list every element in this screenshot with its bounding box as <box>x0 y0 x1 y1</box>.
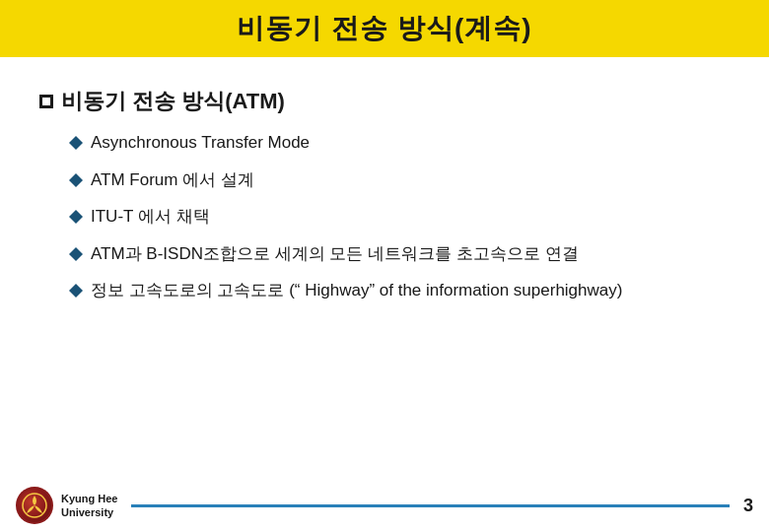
page-number: 3 <box>743 496 753 516</box>
content-area: 비동기 전송 방식(ATM) Asynchronous Transfer Mod… <box>0 77 769 313</box>
slide: 비동기 전송 방식(계속) 비동기 전송 방식(ATM) Asynchronou… <box>0 0 769 532</box>
diamond-icon-2 <box>69 173 83 180</box>
logo-emblem <box>16 487 53 524</box>
sub-bullet-3: ITU-T 에서 채택 <box>69 204 730 230</box>
sub-bullet-text-3: ITU-T 에서 채택 <box>91 204 210 230</box>
diamond-icon-4 <box>69 247 83 254</box>
sub-bullet-5: 정보 고속도로의 고속도로 (“ Highway” of the informa… <box>69 278 730 303</box>
main-bullet: 비동기 전송 방식(ATM) <box>39 87 730 116</box>
sub-bullet-4: ATM과 B-ISDN조합으로 세계의 모든 네트워크를 초고속으로 연결 <box>69 241 730 267</box>
sub-bullet-2: ATM Forum 에서 설계 <box>69 167 730 193</box>
university-logo: Kyung Hee University <box>16 487 117 524</box>
sub-bullets-list: Asynchronous Transfer Mode ATM Forum 에서 … <box>39 130 730 303</box>
diamond-icon-3 <box>69 210 83 217</box>
main-bullet-icon <box>39 95 53 108</box>
university-name-line2: University <box>61 505 117 519</box>
sub-bullet-text-1: Asynchronous Transfer Mode <box>91 130 310 156</box>
university-name-line1: Kyung Hee <box>61 492 117 505</box>
diamond-icon-5 <box>69 284 83 291</box>
logo-emblem-inner <box>18 489 51 522</box>
diamond-icon-1 <box>69 136 83 143</box>
footer: Kyung Hee University 3 <box>0 479 769 532</box>
logo-text: Kyung Hee University <box>61 492 117 520</box>
sub-bullet-text-4: ATM과 B-ISDN조합으로 세계의 모든 네트워크를 초고속으로 연결 <box>91 241 579 267</box>
main-bullet-text: 비동기 전송 방식(ATM) <box>61 87 285 116</box>
sub-bullet-1: Asynchronous Transfer Mode <box>69 130 730 156</box>
title-bar: 비동기 전송 방식(계속) <box>0 0 769 57</box>
sub-bullet-text-2: ATM Forum 에서 설계 <box>91 167 254 193</box>
sub-bullet-text-5: 정보 고속도로의 고속도로 (“ Highway” of the informa… <box>91 278 622 303</box>
footer-divider-line <box>131 504 730 507</box>
emblem-svg <box>21 492 48 519</box>
slide-title: 비동기 전송 방식(계속) <box>20 10 749 47</box>
